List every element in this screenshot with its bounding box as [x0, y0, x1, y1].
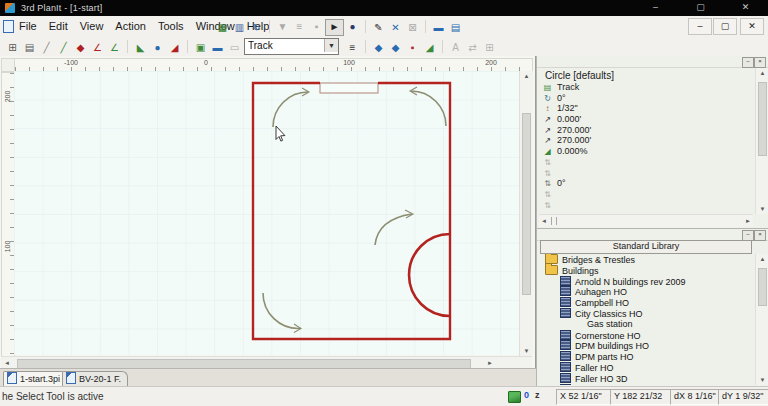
inspect-icon[interactable]: ● — [344, 19, 361, 34]
grid-icon[interactable]: ⊞ — [4, 40, 21, 55]
track-type-dropdown[interactable]: Track ▼ — [244, 38, 339, 55]
rotate-copy-icon[interactable]: ⇄ — [464, 40, 481, 55]
mdi-restore-button[interactable]: ▢ — [713, 18, 737, 35]
scroll-right-icon[interactable]: ► — [487, 360, 493, 366]
property-row[interactable]: ↗270.000' — [541, 135, 749, 146]
draw-curve-icon[interactable]: ╱ — [55, 40, 72, 55]
tab-label: BV-20-1 F. — [79, 374, 121, 384]
refresh-icon[interactable]: ↻ — [248, 20, 265, 35]
library-item[interactable]: DPM buildings HO — [539, 340, 751, 351]
menu-tools[interactable]: Tools — [152, 17, 190, 36]
menu-view[interactable]: View — [74, 17, 110, 36]
scroll-thumb[interactable] — [522, 113, 531, 295]
node-icon[interactable]: ◆ — [72, 40, 89, 55]
menu-file[interactable]: File — [13, 17, 43, 36]
library-item[interactable]: Campbell HO — [539, 297, 751, 308]
collapse-icon[interactable]: ⊠ — [404, 20, 421, 35]
library-item[interactable]: City Classics HO — [539, 308, 751, 319]
coord-x: X 52 1/16" — [556, 389, 614, 405]
menu-action[interactable]: Action — [109, 17, 152, 36]
globe-icon[interactable]: ● — [149, 40, 166, 55]
library-item[interactable]: DPM parts HO — [539, 351, 751, 362]
library-folder[interactable]: Bridges & Trestles — [539, 254, 751, 265]
property-row[interactable]: ◢0.000% — [541, 146, 749, 157]
library-item[interactable]: Faller HO — [539, 362, 751, 373]
library-folder[interactable]: Buildings — [539, 265, 751, 276]
stack-icon[interactable]: ▪ — [308, 19, 325, 34]
scroll-down-icon[interactable]: ▼ — [756, 206, 768, 212]
grade-tool-icon[interactable]: ◢ — [421, 40, 438, 55]
select-tool-icon[interactable]: ► — [325, 19, 344, 36]
tab-1-start[interactable]: 1-start.3pi — [3, 371, 67, 387]
scroll-thumb[interactable] — [758, 82, 767, 156]
link-icon[interactable]: ✎ — [370, 20, 387, 35]
property-row[interactable]: ⇅ — [541, 168, 749, 179]
layers-file-icon[interactable]: ▦ — [214, 20, 231, 35]
join-icon[interactable]: ▪ — [404, 40, 421, 55]
property-row[interactable]: ⇅ — [541, 200, 749, 211]
image-off-icon[interactable]: ▭ — [226, 40, 243, 55]
menu-edit[interactable]: Edit — [43, 17, 74, 36]
canvas-vertical-scrollbar[interactable]: ▲ ▼ — [519, 71, 533, 356]
library-item[interactable]: Cornerstone HO — [539, 330, 751, 341]
library-item-label: City Classics HO — [575, 309, 643, 319]
tab-bv-20-1[interactable]: BV-20-1 F. — [62, 371, 128, 387]
scroll-thumb[interactable] — [758, 268, 767, 306]
pane-collapse-button[interactable]: – — [742, 57, 754, 68]
property-row[interactable]: ⇅ — [541, 189, 749, 200]
property-row[interactable]: ⇅0° — [541, 178, 749, 189]
spline-icon[interactable]: ∠ — [106, 40, 123, 55]
scroll-right-icon[interactable]: ► — [745, 218, 751, 224]
export-view-icon[interactable]: ▤ — [447, 20, 464, 35]
mdi-minimize-button[interactable]: – — [688, 18, 712, 35]
library-item[interactable]: Arnold N buildings rev 2009 — [539, 276, 751, 287]
polyline-icon[interactable]: ∠ — [89, 40, 106, 55]
window-close-button[interactable]: ✕ — [723, 0, 768, 16]
library-item[interactable]: Auhagen HO — [539, 286, 751, 297]
screen-icon[interactable]: ▬ — [209, 40, 226, 55]
window-maximize-button[interactable]: ▢ — [678, 0, 723, 16]
scroll-left-icon[interactable]: ◄ — [4, 360, 10, 366]
monitor-icon[interactable]: ▬ — [430, 20, 447, 35]
image-icon[interactable]: ▣ — [192, 40, 209, 55]
text-tool-icon[interactable]: A — [447, 40, 464, 55]
property-row[interactable]: ⇅ — [541, 157, 749, 168]
property-row[interactable]: ↻0° — [541, 93, 749, 104]
flip-a-icon[interactable]: ◆ — [370, 40, 387, 55]
flip-b-icon[interactable]: ◆ — [387, 40, 404, 55]
properties-horizontal-scrollbar[interactable]: ◄ ► — [539, 214, 753, 227]
table-icon[interactable]: ▤ — [21, 40, 38, 55]
pane-close-button[interactable]: × — [754, 230, 766, 241]
track-plan-canvas[interactable] — [14, 71, 519, 355]
scroll-up-icon[interactable]: ▲ — [520, 73, 533, 79]
terrain-red-icon[interactable]: ◢ — [166, 40, 183, 55]
properties-vertical-scrollbar[interactable]: ▲ ▼ — [755, 68, 768, 214]
align-icon[interactable]: ▼ — [274, 19, 291, 34]
terrain-icon[interactable]: ◣ — [132, 40, 149, 55]
library-item[interactable]: Gas station — [539, 319, 751, 330]
property-row[interactable]: ↗270.000' — [541, 125, 749, 136]
scroll-down-icon[interactable]: ▼ — [520, 348, 533, 354]
library-item[interactable]: Faller HO 3D — [539, 373, 751, 384]
property-row[interactable]: ▤Track — [541, 82, 749, 93]
chevron-down-icon[interactable]: ▼ — [324, 39, 338, 52]
wall-opening[interactable] — [320, 83, 378, 93]
scroll-left-icon[interactable]: ◄ — [541, 218, 547, 224]
scroll-up-icon[interactable]: ▲ — [756, 70, 768, 76]
window-minimize-button[interactable]: – — [633, 0, 678, 16]
slideshow-icon[interactable]: ▥ — [231, 20, 248, 35]
scroll-down-icon[interactable]: ▼ — [756, 377, 768, 383]
scroll-up-icon[interactable]: ▲ — [756, 256, 768, 262]
mdi-close-button[interactable]: ✕ — [740, 18, 764, 35]
library-header-button[interactable]: Standard Library — [540, 240, 752, 254]
pane-close-button[interactable]: × — [754, 57, 766, 68]
property-row[interactable]: ↕1/32" — [541, 103, 749, 114]
expand-icon[interactable]: ✕ — [387, 20, 404, 35]
draw-line-icon[interactable]: ╱ — [38, 40, 55, 55]
property-row[interactable]: ↗0.000' — [541, 114, 749, 125]
list-icon[interactable]: ≡ — [344, 40, 361, 55]
library-vertical-scrollbar[interactable]: ▲ ▼ — [755, 254, 768, 385]
distribute-icon[interactable]: ≡ — [291, 19, 308, 34]
library-item[interactable]: Gloor-Craft HO — [539, 384, 751, 385]
duplicate-icon[interactable]: ⊞ — [481, 40, 498, 55]
